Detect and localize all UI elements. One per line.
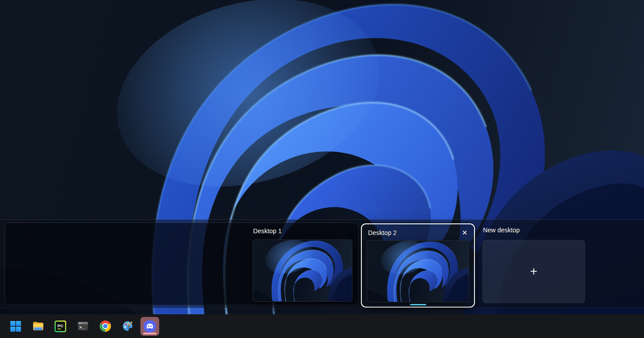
discord-button[interactable] (140, 317, 159, 336)
desktop-1-wallpaper-preview (253, 240, 352, 301)
file-explorer-icon (32, 320, 44, 332)
chrome-button[interactable] (96, 317, 114, 336)
new-desktop-label: New desktop (483, 227, 520, 234)
taskbar: PC >_ (0, 314, 644, 338)
plus-icon: + (530, 265, 538, 278)
paint-icon (122, 320, 134, 332)
terminal-button[interactable]: >_ (73, 317, 92, 336)
desktop-2-thumbnail[interactable] (367, 240, 469, 302)
start-button[interactable] (6, 317, 25, 336)
desktop-1-thumbnail[interactable] (253, 240, 352, 302)
desktop-2-label: Desktop 2 (368, 229, 397, 236)
discord-active-underline (143, 333, 157, 334)
pycharm-icon: PC (55, 321, 66, 332)
file-explorer-button[interactable] (29, 317, 47, 336)
screen: Desktop 1 Desktop 2 ✕ New desktop + (0, 0, 644, 338)
paint-button[interactable] (118, 317, 137, 336)
pycharm-button[interactable]: PC (51, 317, 70, 336)
new-desktop-button[interactable]: + (483, 240, 585, 303)
task-view-panel: Desktop 1 Desktop 2 ✕ New desktop + (0, 219, 644, 308)
discord-icon (143, 320, 157, 333)
terminal-glyph: >_ (79, 325, 85, 330)
pycharm-glyph: PC (58, 323, 64, 328)
desktop-2-card-selected[interactable]: Desktop 2 ✕ (361, 223, 475, 308)
close-desktop-button[interactable]: ✕ (459, 227, 470, 238)
windows-start-icon (10, 321, 21, 332)
active-desktop-indicator (410, 304, 426, 305)
desktop-2-wallpaper-preview (367, 241, 469, 302)
close-icon: ✕ (462, 229, 468, 237)
chrome-icon (99, 320, 111, 332)
desktop-1-label: Desktop 1 (253, 227, 282, 235)
terminal-icon: >_ (77, 320, 89, 332)
